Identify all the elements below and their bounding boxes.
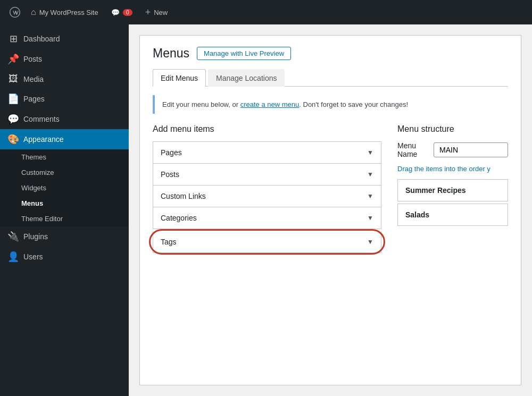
posts-icon: 📌 bbox=[7, 53, 19, 65]
info-text-before: Edit your menu below, or bbox=[162, 100, 240, 108]
sidebar-item-media[interactable]: 🖼 Media bbox=[0, 69, 129, 89]
sidebar-item-users[interactable]: 👤 Users bbox=[0, 247, 129, 267]
new-label: New bbox=[154, 9, 168, 16]
drag-hint: Drag the items into the order y bbox=[397, 165, 508, 173]
menu-item-summer-recipes[interactable]: Summer Recipes bbox=[397, 179, 508, 201]
chevron-down-icon: ▼ bbox=[367, 214, 373, 222]
page-title: Menus bbox=[153, 46, 189, 61]
menu-item-salads[interactable]: Salads bbox=[397, 204, 508, 226]
main-layout: ⊞ Dashboard 📌 Posts 🖼 Media 📄 Pages 💬 Co… bbox=[0, 24, 532, 396]
accordion-posts-label: Posts bbox=[161, 170, 179, 179]
adminbar-home[interactable]: ⌂ My WordPress Site bbox=[24, 0, 105, 24]
appearance-icon: 🎨 bbox=[7, 133, 19, 145]
menu-structure-col: Menu structure Menu Name Drag the items … bbox=[397, 124, 508, 253]
sidebar-appearance-label: Appearance bbox=[23, 135, 64, 144]
info-box: Edit your menu below, or create a new me… bbox=[153, 95, 508, 114]
plus-icon: + bbox=[145, 7, 151, 18]
accordion-categories[interactable]: Categories ▼ bbox=[153, 207, 381, 229]
sidebar-sub-menus[interactable]: Menus bbox=[0, 196, 129, 211]
content-area: Menus Manage with Live Preview Edit Menu… bbox=[129, 24, 532, 396]
media-icon: 🖼 bbox=[7, 73, 19, 85]
tabs-row: Edit Menus Manage Locations bbox=[153, 69, 508, 87]
accordion-categories-header: Categories ▼ bbox=[153, 207, 381, 229]
menu-structure-title: Menu structure bbox=[397, 124, 508, 134]
sidebar-plugins-label: Plugins bbox=[23, 232, 48, 241]
menu-name-input[interactable] bbox=[434, 142, 508, 157]
tab-manage-locations[interactable]: Manage Locations bbox=[208, 69, 285, 87]
tab-edit-menus[interactable]: Edit Menus bbox=[153, 69, 206, 87]
wp-logo[interactable] bbox=[5, 0, 24, 24]
accordion-pages-header: Pages ▼ bbox=[153, 142, 381, 163]
sidebar-posts-label: Posts bbox=[23, 55, 42, 63]
chevron-down-icon: ▼ bbox=[367, 149, 373, 156]
adminbar-new[interactable]: + New bbox=[139, 0, 174, 24]
accordion-custom-links-header: Custom Links ▼ bbox=[153, 186, 381, 207]
accordion-tags[interactable]: Tags ▼ bbox=[153, 231, 381, 253]
sidebar-item-pages[interactable]: 📄 Pages bbox=[0, 89, 129, 109]
content-inner: Menus Manage with Live Preview Edit Menu… bbox=[139, 35, 521, 385]
sidebar-sub-theme-editor[interactable]: Theme Editor bbox=[0, 211, 129, 226]
home-icon: ⌂ bbox=[31, 7, 36, 17]
sidebar: ⊞ Dashboard 📌 Posts 🖼 Media 📄 Pages 💬 Co… bbox=[0, 24, 129, 396]
sidebar-item-comments[interactable]: 💬 Comments bbox=[0, 109, 129, 129]
sidebar-users-label: Users bbox=[23, 252, 43, 261]
sidebar-comments-label: Comments bbox=[23, 115, 60, 123]
chevron-down-icon: ▼ bbox=[367, 192, 373, 200]
chevron-down-icon: ▼ bbox=[367, 238, 373, 246]
sidebar-sub-widgets[interactable]: Widgets bbox=[0, 180, 129, 196]
comments-badge: 0 bbox=[123, 9, 132, 16]
pages-icon: 📄 bbox=[7, 93, 19, 105]
accordion-pages[interactable]: Pages ▼ bbox=[153, 141, 381, 164]
two-column-layout: Add menu items Pages ▼ Posts ▼ bbox=[153, 124, 508, 253]
accordion-pages-label: Pages bbox=[161, 148, 182, 157]
create-new-menu-link[interactable]: create a new menu bbox=[240, 100, 300, 108]
sidebar-sub-customize[interactable]: Customize bbox=[0, 165, 129, 180]
users-icon: 👤 bbox=[7, 251, 19, 263]
menu-name-label: Menu Name bbox=[397, 141, 428, 158]
accordion-custom-links-label: Custom Links bbox=[161, 192, 206, 200]
sidebar-appearance-sub: Themes Customize Widgets Menus Theme Edi… bbox=[0, 149, 129, 226]
sidebar-item-appearance[interactable]: 🎨 Appearance bbox=[0, 129, 129, 149]
adminbar-comments[interactable]: 💬 0 bbox=[105, 0, 139, 24]
accordion-posts[interactable]: Posts ▼ bbox=[153, 164, 381, 186]
accordion-tags-label: Tags bbox=[161, 238, 177, 246]
sidebar-item-posts[interactable]: 📌 Posts bbox=[0, 49, 129, 69]
add-menu-items-col: Add menu items Pages ▼ Posts ▼ bbox=[153, 124, 381, 253]
info-text-after: . Don't forget to save your changes! bbox=[299, 100, 408, 108]
accordion-posts-header: Posts ▼ bbox=[153, 164, 381, 185]
chevron-down-icon: ▼ bbox=[367, 171, 373, 178]
dashboard-icon: ⊞ bbox=[7, 33, 19, 45]
plugins-icon: 🔌 bbox=[7, 231, 19, 242]
comment-icon: 💬 bbox=[111, 9, 120, 16]
accordion-tags-header: Tags ▼ bbox=[153, 231, 381, 252]
sidebar-pages-label: Pages bbox=[23, 95, 45, 103]
comments-icon: 💬 bbox=[7, 113, 19, 125]
page-title-row: Menus Manage with Live Preview bbox=[153, 46, 508, 61]
sidebar-dashboard-label: Dashboard bbox=[23, 35, 60, 43]
add-menu-items-title: Add menu items bbox=[153, 124, 381, 134]
manage-live-preview-button[interactable]: Manage with Live Preview bbox=[197, 47, 291, 60]
site-name-label: My WordPress Site bbox=[39, 9, 98, 16]
accordion-categories-label: Categories bbox=[161, 214, 197, 222]
sidebar-item-plugins[interactable]: 🔌 Plugins bbox=[0, 226, 129, 247]
sidebar-item-dashboard[interactable]: ⊞ Dashboard bbox=[0, 29, 129, 49]
admin-bar: ⌂ My WordPress Site 💬 0 + New bbox=[0, 0, 532, 24]
accordion-custom-links[interactable]: Custom Links ▼ bbox=[153, 186, 381, 207]
sidebar-media-label: Media bbox=[23, 75, 44, 83]
sidebar-sub-themes[interactable]: Themes bbox=[0, 149, 129, 165]
menu-name-row: Menu Name bbox=[397, 141, 508, 158]
